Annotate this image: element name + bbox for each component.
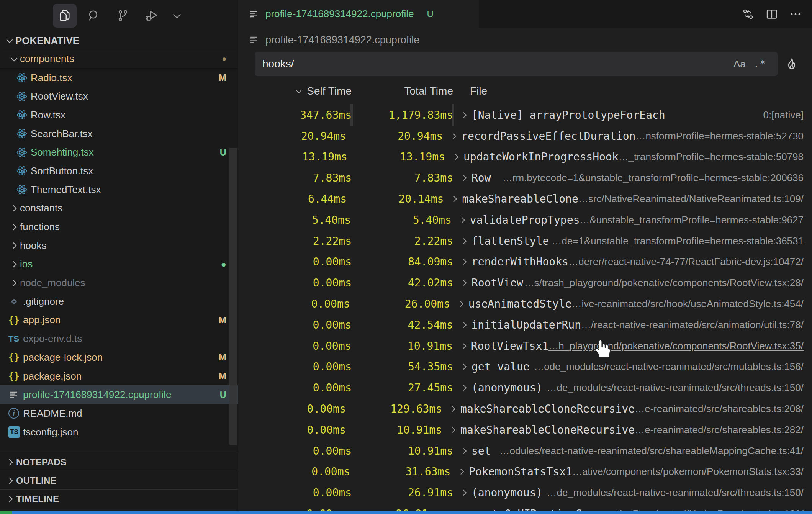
filter-input[interactable] (262, 58, 730, 70)
tree-item[interactable]: RootView.tsx (0, 87, 238, 106)
tree-item[interactable]: hooks (0, 236, 238, 255)
table-row[interactable]: 0.00ms 27.45ms (anonymous) …de_modules/r… (239, 377, 812, 398)
more-actions-icon[interactable] (789, 8, 802, 21)
table-row[interactable]: 0.00ms 54.35ms get value …ode_modules/re… (239, 357, 812, 378)
tree-item[interactable]: Somehting.tsx U (0, 143, 238, 162)
tree-item[interactable]: ThemedText.tsx (0, 180, 238, 199)
tree-item[interactable]: i README.md (0, 404, 238, 423)
tree-item[interactable]: {} app.json M (0, 311, 238, 330)
tree-item[interactable]: .gitignore (0, 292, 238, 311)
table-row[interactable]: 2.22ms 2.22ms flattenStyle …de=1&unstabl… (239, 231, 812, 252)
table-row[interactable]: 0.00ms 31.63ms PokemonStatsTsx1 …ative/c… (239, 462, 812, 483)
run-debug-icon[interactable] (140, 4, 164, 28)
table-row[interactable]: 0.00ms 26.91ms (anonymous) …de_modules/r… (239, 482, 812, 503)
tree-item[interactable]: SortButton.tsx (0, 162, 238, 180)
expand-chevron-icon[interactable] (459, 467, 469, 477)
file-link[interactable]: …de=1&unstable_transformProfile=hermes-s… (552, 235, 812, 247)
file-link[interactable]: …derer/react-native-74-77/ReactFabric-de… (568, 256, 812, 268)
expand-chevron-icon[interactable] (462, 446, 471, 456)
section-outline[interactable]: OUTLINE (0, 471, 238, 489)
file-link[interactable]: …ive-reanimated/src/hook/useAnimatedStyl… (571, 298, 812, 310)
file-link[interactable]: …e-reanimated/src/shareables.ts:282/ (635, 424, 812, 436)
tree-item[interactable]: ios ● (0, 255, 238, 274)
tree-item[interactable]: functions (0, 218, 238, 236)
explorer-icon[interactable] (53, 4, 77, 28)
tab-cpuprofile[interactable]: profile-1741689314922.cpuprofile U (239, 0, 479, 28)
file-link[interactable]: …nsformProfile=hermes-stable:52730 (635, 130, 812, 142)
file-link[interactable]: …odules/react-native-reanimated/src/shar… (500, 445, 812, 457)
compare-changes-icon[interactable] (742, 8, 755, 21)
file-link[interactable]: …/react-native-reanimated/src/animation/… (581, 319, 812, 331)
file-link[interactable]: …de_modules/react-native-reanimated/src/… (547, 382, 812, 394)
regex-icon[interactable]: .* (750, 57, 770, 71)
tree-item[interactable]: constants (0, 199, 238, 218)
table-row[interactable]: 347.63ms 1,179.83ms [Native] arrayProtot… (239, 105, 812, 126)
file-link[interactable]: …s/trash_playground/pokenative/component… (524, 277, 812, 289)
project-header[interactable]: POKENATIVE (0, 31, 238, 50)
table-row[interactable]: 0.00ms 10.91ms makeShareableCloneRecursi… (239, 419, 812, 440)
column-total-time[interactable]: Total Time (352, 85, 453, 97)
expand-chevron-icon[interactable] (462, 278, 471, 288)
search-icon[interactable] (82, 4, 106, 28)
expand-chevron-icon[interactable] (462, 257, 471, 267)
file-link[interactable]: …_transformProfile=hermes-stable:50798 (619, 151, 812, 163)
table-row[interactable]: 0.00ms 42.54ms initialUpdaterRun …/react… (239, 314, 812, 336)
expand-chevron-icon[interactable] (462, 236, 471, 246)
file-link[interactable]: …src/NativeReanimated/NativeReanimated.t… (578, 193, 812, 205)
expand-chevron-icon[interactable] (453, 152, 463, 162)
expand-chevron-icon[interactable] (452, 194, 462, 204)
file-link[interactable]: …&unstable_transformProfile=hermes-stabl… (580, 214, 812, 226)
file-link[interactable]: …ode_modules/react-native-reanimated/src… (534, 361, 812, 373)
expand-chevron-icon[interactable] (462, 173, 471, 183)
section-timeline[interactable]: TIMELINE (0, 489, 238, 508)
tree-item[interactable]: TS tsconfig.json (0, 423, 238, 442)
expand-chevron-icon[interactable] (451, 131, 461, 141)
column-self-time[interactable]: Self Time (239, 85, 352, 97)
expand-chevron-icon[interactable] (462, 362, 471, 372)
file-link[interactable]: …h_playground/pokenative/components/Root… (548, 340, 812, 352)
expand-chevron-icon[interactable] (462, 320, 471, 330)
expand-chevron-icon[interactable] (450, 404, 460, 414)
expand-chevron-icon[interactable] (462, 488, 471, 498)
expand-chevron-icon[interactable] (462, 110, 471, 120)
tree-item[interactable]: Row.tsx (0, 106, 238, 124)
split-editor-icon[interactable] (765, 8, 778, 21)
expand-chevron-icon[interactable] (460, 215, 470, 225)
table-row[interactable]: 0.00ms 10.91ms set …odules/react-native-… (239, 440, 812, 462)
tree-item[interactable]: components ● (0, 50, 238, 69)
file-link[interactable]: …e-reanimated/src/shareables.ts:208/ (635, 403, 812, 415)
tree-item[interactable]: profile-1741689314922.cpuprofile U (0, 385, 238, 404)
source-control-icon[interactable] (111, 4, 135, 28)
table-row[interactable]: 20.94ms 20.94ms recordPassiveEffectDurat… (239, 126, 812, 147)
table-row[interactable]: 13.19ms 13.19ms updateWorkInProgressHook… (239, 147, 812, 168)
table-row[interactable]: 0.00ms 26.00ms useAnimatedStyle …ive-rea… (239, 293, 812, 314)
more-views-chevron-icon[interactable] (169, 8, 185, 23)
column-file[interactable]: File (470, 85, 487, 97)
table-row[interactable]: 0.00ms 26.91ms executeOnUIRuntimeSync …a… (239, 503, 812, 511)
table-row[interactable]: 6.44ms 20.14ms makeShareableClone …src/N… (239, 188, 812, 210)
tree-item[interactable]: {} package.json M (0, 367, 238, 386)
flame-graph-icon[interactable] (784, 57, 799, 71)
file-link[interactable]: …rm.bytecode=1&unstable_transformProfile… (503, 172, 812, 184)
table-row[interactable]: 0.00ms 129.63ms makeShareableCloneRecurs… (239, 398, 812, 419)
table-row[interactable]: 5.40ms 5.40ms validatePropTypes …&unstab… (239, 210, 812, 231)
file-link[interactable]: …ative/components/pokemon/PokemonStats.t… (572, 466, 812, 478)
tree-item[interactable]: SearchBar.tsx (0, 124, 238, 143)
table-row[interactable]: 0.00ms 10.91ms RootViewTsx1 …h_playgroun… (239, 336, 812, 357)
tree-item[interactable]: Radio.tsx M (0, 69, 238, 87)
file-link[interactable]: …ativeReanimated/NativeReanimated.ts:129… (601, 508, 812, 511)
table-row[interactable]: 0.00ms 42.02ms RootView …s/trash_playgro… (239, 272, 812, 293)
table-row[interactable]: 7.83ms 7.83ms Row …rm.bytecode=1&unstabl… (239, 167, 812, 188)
expand-chevron-icon[interactable] (450, 425, 460, 435)
table-row[interactable]: 0.00ms 84.09ms renderWithHooks …derer/re… (239, 252, 812, 273)
expand-chevron-icon[interactable] (461, 341, 471, 351)
file-link[interactable]: …de_modules/react-native-reanimated/src/… (547, 487, 812, 499)
match-case-icon[interactable]: Aa (730, 57, 750, 72)
tree-item[interactable]: TS expo-env.d.ts (0, 329, 238, 348)
expand-chevron-icon[interactable] (458, 299, 468, 309)
file-link[interactable]: 0:[native] (763, 109, 812, 121)
tree-item[interactable]: node_modules (0, 273, 238, 292)
tree-item[interactable]: {} package-lock.json M (0, 348, 238, 367)
sidebar-scrollbar[interactable] (229, 148, 237, 445)
expand-chevron-icon[interactable] (462, 383, 471, 393)
